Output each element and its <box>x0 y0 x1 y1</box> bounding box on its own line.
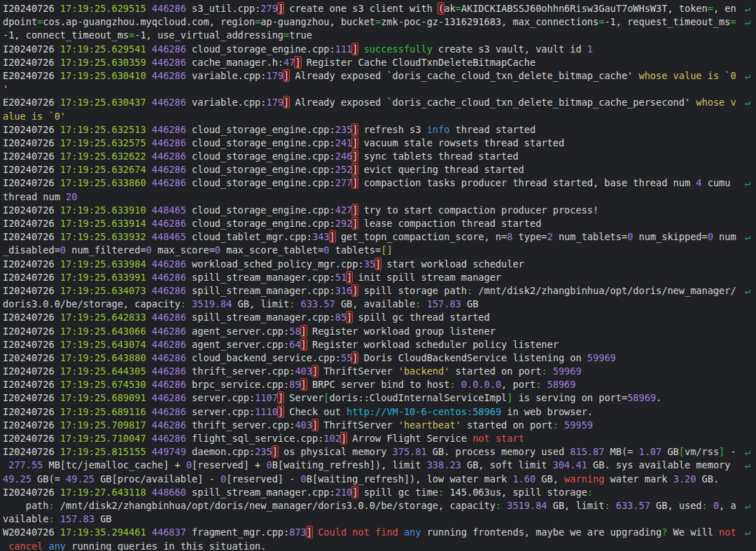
log-text-segment: 446286 <box>152 3 192 14</box>
log-line: I20240726 17:19:25.709817 446286 thrift_… <box>3 419 756 432</box>
log-text-segment: [ <box>679 446 685 457</box>
log-text-segment: 17:19:25.634073 <box>60 285 152 296</box>
log-text-segment: in web browser. <box>501 406 593 417</box>
log-text-segment: 448465 <box>152 231 192 242</box>
line-wrap-icon: ↵ <box>745 96 750 109</box>
log-text-segment: evict quering thread started <box>358 164 524 175</box>
log-text-segment: = <box>375 16 381 27</box>
log-text-segment: doris::CloudInternalServiceImpl <box>330 392 507 403</box>
log-text-segment: : <box>181 298 186 309</box>
log-text-segment: 277 <box>335 177 353 188</box>
log-text-segment: water mark <box>604 473 673 484</box>
log-text-segment: 17:19:25.633984 <box>60 258 152 270</box>
log-text-segment: cloud_storage_engine.cpp: <box>192 204 335 216</box>
log-line: vailable: 157.83 GB <box>3 512 756 526</box>
log-text-segment: 0 <box>215 244 220 256</box>
log-line: -1, connect_timeout_ms=-1, use_virtual_a… <box>3 29 756 42</box>
log-text-segment: 'backend' <box>398 365 450 377</box>
log-text-segment: vm/rss <box>685 446 719 457</box>
log-text-segment: 446286 <box>152 365 192 377</box>
log-text-segment: spill_stream_manager.cpp: <box>192 487 335 498</box>
log-text-segment <box>358 43 363 55</box>
log-text-segment: start workload scheduler <box>381 258 524 270</box>
log-text-segment: 0.0.0.0 <box>461 379 501 390</box>
log-text-segment: 59959 <box>564 419 593 431</box>
log-text-segment: thread started <box>449 124 536 135</box>
log-text-segment <box>398 526 404 538</box>
log-text-segment <box>708 500 713 511</box>
log-text-segment: 17:19:25.643074 <box>60 339 152 350</box>
log-text-segment: : <box>467 285 472 296</box>
log-text-segment: try to start compaction producer process… <box>358 204 598 216</box>
log-text-segment: 0 <box>220 473 226 484</box>
log-text-segment: 17:19:25.643066 <box>60 326 152 337</box>
log-line: I20240726 17:19:25.689116 446286 server.… <box>3 405 756 419</box>
log-line: I20240726 17:19:25.689091 446286 server.… <box>3 391 756 405</box>
log-text-segment: cancel <box>8 540 43 551</box>
terminal-log: I20240726 17:19:25.629515 446286 s3_util… <box>3 2 756 551</box>
log-text-segment: , a <box>719 500 736 511</box>
log-text-segment: 157.83 <box>427 298 461 309</box>
log-line: I20240726 17:19:25.643074 446286 agent_s… <box>3 338 756 351</box>
log-text-segment: tablets= <box>330 244 382 256</box>
log-text-segment <box>295 298 300 309</box>
log-text-segment: Server <box>284 392 323 403</box>
log-text-segment: brpc_service.cpp: <box>192 379 289 390</box>
log-text-segment: max_score= <box>152 244 215 256</box>
log-text-segment: 17:19:25.710047 <box>60 433 152 444</box>
log-text-segment: I20240726 <box>3 124 60 135</box>
log-text-segment: 235 <box>255 446 272 457</box>
log-text-segment: E20240726 <box>3 97 60 108</box>
log-text-segment: 210 <box>335 487 353 498</box>
log-line: E20240726 17:19:25.630437 446286 variabl… <box>3 96 756 109</box>
log-text-segment: We will <box>667 526 719 538</box>
log-line: W20240726 17:19:35.294461 446837 fragmen… <box>3 526 756 539</box>
log-text-segment: 17:19:25.629541 <box>60 43 152 55</box>
log-text-segment: 59969 <box>587 352 616 363</box>
log-line: I20240726 17:19:25.634073 446286 spill_s… <box>3 284 756 298</box>
log-text-segment: 145.063us, spill storage <box>444 487 587 498</box>
log-text-segment: 446286 <box>152 272 192 283</box>
log-text-segment: : <box>587 487 593 498</box>
log-text-segment: 0 <box>186 459 192 470</box>
log-text-segment: Already exposed `doris_cache_cloud_txn_d… <box>289 70 638 81</box>
log-text-segment: 277.55 <box>8 459 43 470</box>
log-text-segment: I20240726 <box>3 258 60 270</box>
log-text-segment: num <box>713 231 736 242</box>
line-wrap-icon: ↵ <box>745 176 750 190</box>
bracket-highlight: ] <box>301 379 307 390</box>
log-text-segment: I20240726 <box>3 231 60 242</box>
log-text-segment: GB(= <box>31 473 66 484</box>
log-text-segment: 446286 <box>152 312 192 323</box>
log-line: 277.55 MB[tc/jemalloc_cache] + 0[reserve… <box>3 459 756 472</box>
log-text-segment: any <box>404 526 421 538</box>
log-line: 49.25 GB(= 49.25 GB[proc/available] - 0[… <box>3 473 756 486</box>
log-text-segment: 58969 <box>627 392 656 403</box>
log-text-segment: 446286 <box>152 70 192 81</box>
log-text-segment: cache_manager.h: <box>192 57 284 68</box>
log-text-segment: 449749 <box>152 446 192 457</box>
log-text-segment: started on port <box>461 419 553 431</box>
log-text-segment: s3_util.cpp: <box>192 3 260 14</box>
log-text-segment: 17:19:25.633860 <box>60 177 152 188</box>
log-line: alue is `0' <box>3 110 756 123</box>
bracket-highlight: ] <box>375 258 381 270</box>
log-text-segment: spill storage path <box>358 285 467 296</box>
log-text-segment: num_filtered= <box>66 244 146 256</box>
log-line: thread num 20 <box>3 190 756 204</box>
log-text-segment: thrift_server.cpp: <box>192 419 295 431</box>
log-text-segment: dpoint <box>3 16 37 27</box>
log-text-segment <box>312 526 318 538</box>
log-text-segment: spill_stream_manager.cpp: <box>192 312 335 323</box>
log-text-segment: whose value is `0 <box>638 70 736 81</box>
log-text-segment: 338.23 <box>427 459 461 470</box>
log-text-segment: I20240726 <box>3 433 60 444</box>
log-text-segment: running frontends, maybe we are upgradin… <box>421 526 662 538</box>
bracket-highlight: ] <box>307 526 312 538</box>
log-text-segment: 3519.84 <box>192 298 232 309</box>
log-text-segment: 17:19:25.630410 <box>60 70 152 81</box>
log-text-segment: cloud_storage_engine.cpp: <box>192 137 335 148</box>
log-text-segment: 446286 <box>152 352 192 363</box>
line-wrap-icon: ↵ <box>745 445 750 459</box>
log-text-segment: vailable <box>3 513 48 524</box>
